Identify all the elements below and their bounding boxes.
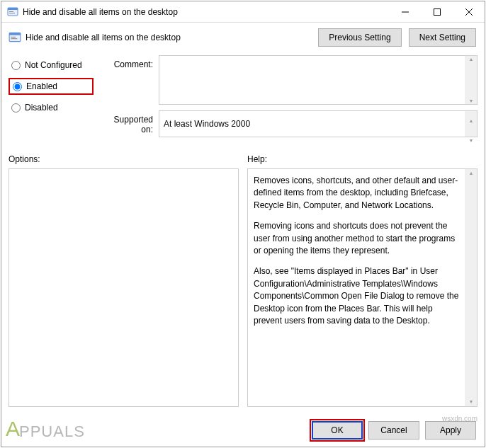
- scroll-down-icon[interactable]: ▾: [470, 398, 473, 406]
- options-label: Options:: [9, 154, 239, 164]
- supported-box: At least Windows 2000 ▴▾: [159, 110, 477, 137]
- dialog-content: Hide and disable all items on the deskto…: [1, 23, 485, 414]
- svg-rect-3: [9, 13, 15, 13]
- scroll-down-icon[interactable]: ▾: [470, 98, 473, 104]
- brand-text: PPUALS: [19, 423, 85, 441]
- options-pane: Options:: [9, 154, 239, 407]
- help-pane: Help: Removes icons, shortcuts, and othe…: [247, 154, 477, 407]
- policy-title: Hide and disable all items on the deskto…: [26, 33, 318, 42]
- dialog-window: Hide and disable all items on the deskto…: [1, 1, 485, 447]
- comment-label: Comment:: [101, 55, 159, 105]
- close-button[interactable]: [453, 1, 485, 22]
- supported-value: At least Windows 2000: [164, 119, 250, 129]
- help-text: Removes icons, shortcuts, and other defa…: [254, 175, 460, 327]
- scrollbar[interactable]: ▴▾: [465, 169, 477, 406]
- config-row: Not Configured Enabled Disabled Comment:…: [9, 55, 477, 143]
- radio-enabled-input[interactable]: [13, 82, 22, 91]
- state-radio-group: Not Configured Enabled Disabled: [9, 55, 94, 143]
- watermark-brand: APPUALS: [6, 417, 85, 441]
- scroll-up-icon[interactable]: ▴: [470, 56, 473, 62]
- header-row: Hide and disable all items on the deskto…: [9, 28, 477, 47]
- radio-disabled[interactable]: Disabled: [9, 99, 94, 116]
- minimize-button[interactable]: [389, 1, 421, 22]
- comment-textarea[interactable]: ▴▾: [159, 55, 477, 105]
- svg-rect-2: [9, 11, 13, 12]
- radio-not-configured-input[interactable]: [11, 61, 21, 70]
- radio-label: Enabled: [26, 81, 57, 91]
- watermark-site: wsxdn.com: [442, 415, 477, 423]
- policy-icon: [7, 6, 18, 18]
- svg-rect-4: [434, 8, 440, 15]
- maximize-button[interactable]: [421, 1, 453, 22]
- next-setting-button[interactable]: Next Setting: [409, 28, 476, 47]
- options-box: [9, 168, 239, 407]
- scrollbar[interactable]: ▴▾: [465, 111, 477, 137]
- apply-button[interactable]: Apply: [425, 421, 476, 440]
- help-box: Removes icons, shortcuts, and other defa…: [247, 168, 477, 407]
- titlebar: Hide and disable all items on the deskto…: [1, 1, 485, 23]
- svg-rect-6: [9, 33, 21, 35]
- lower-panes: Options: Help: Removes icons, shortcuts,…: [9, 154, 477, 407]
- window-controls: [389, 1, 485, 22]
- radio-disabled-input[interactable]: [11, 103, 21, 113]
- scroll-down-icon[interactable]: ▾: [470, 131, 473, 151]
- scroll-up-icon[interactable]: ▴: [470, 169, 473, 178]
- scroll-up-icon[interactable]: ▴: [470, 111, 473, 131]
- fields-column: Comment: ▴▾ Supported on: At least Windo…: [101, 55, 477, 143]
- help-label: Help:: [247, 154, 477, 164]
- supported-label: Supported on:: [101, 110, 159, 137]
- svg-rect-1: [8, 8, 18, 10]
- radio-label: Disabled: [25, 103, 58, 113]
- radio-enabled[interactable]: Enabled: [9, 78, 94, 95]
- radio-label: Not Configured: [25, 60, 82, 70]
- previous-setting-button[interactable]: Previous Setting: [318, 28, 401, 47]
- cancel-button[interactable]: Cancel: [368, 421, 419, 440]
- help-paragraph: Removing icons and shortcuts does not pr…: [254, 220, 460, 257]
- scrollbar[interactable]: ▴▾: [465, 56, 477, 104]
- help-paragraph: Also, see "Items displayed in Places Bar…: [254, 265, 460, 327]
- svg-rect-8: [11, 38, 17, 39]
- svg-rect-7: [11, 37, 16, 38]
- help-paragraph: Removes icons, shortcuts, and other defa…: [254, 175, 460, 212]
- ok-button[interactable]: OK: [312, 421, 363, 440]
- bulb-icon: A: [6, 417, 21, 441]
- policy-header-icon: [9, 31, 21, 44]
- window-title: Hide and disable all items on the deskto…: [23, 7, 389, 17]
- radio-not-configured[interactable]: Not Configured: [9, 57, 94, 74]
